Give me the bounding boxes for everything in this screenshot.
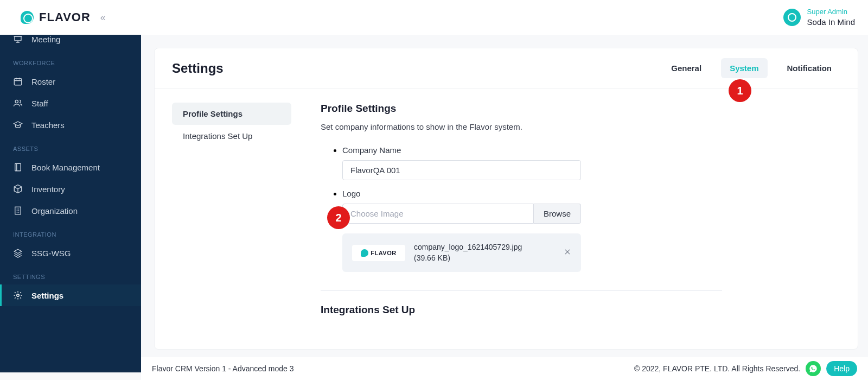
sidebar: Meeting WORKFORCE Roster Staff Teachers …: [0, 0, 141, 372]
sidebar-item-organization[interactable]: Organization: [0, 200, 141, 221]
svg-point-2: [15, 100, 18, 103]
sidebar-section-workforce: WORKFORCE: [0, 50, 141, 71]
sidebar-item-label: SSG-WSG: [31, 249, 71, 258]
sidebar-item-inventory[interactable]: Inventory: [0, 178, 141, 200]
svg-rect-1: [14, 79, 22, 85]
sidebar-item-label: Roster: [31, 77, 55, 86]
tab-system[interactable]: System: [721, 58, 767, 78]
book-icon: [13, 162, 23, 172]
brand-logo-icon: [21, 11, 34, 24]
page-title: Settings: [172, 61, 224, 76]
sidebar-item-ssg-wsg[interactable]: SSG-WSG: [0, 242, 141, 264]
annotation-1: 1: [729, 79, 751, 102]
svg-point-5: [17, 294, 20, 297]
file-info: company_logo_1621405729.jpg (39.66 KB): [414, 242, 555, 263]
sidebar-item-label: Settings: [31, 291, 63, 300]
sidebar-item-staff[interactable]: Staff: [0, 92, 141, 114]
content-card: Settings General System Notification Pro…: [154, 48, 858, 350]
logo-file-input-row: Choose Image Browse: [342, 204, 581, 224]
sidebar-item-book-management[interactable]: Book Management: [0, 156, 141, 178]
subnav-integrations[interactable]: Integrations Set Up: [172, 125, 291, 147]
sidebar-item-label: Meeting: [31, 35, 60, 44]
calendar-icon: [13, 77, 23, 86]
annotation-2: 2: [327, 206, 350, 229]
sidebar-item-label: Teachers: [31, 121, 65, 130]
svg-rect-4: [15, 207, 21, 214]
graduation-icon: [13, 120, 23, 130]
logo-file-placeholder[interactable]: Choose Image: [342, 204, 534, 224]
help-button[interactable]: Help: [826, 361, 857, 376]
section-divider: [321, 290, 722, 291]
section-description: Set company informations to show in the …: [321, 122, 722, 131]
building-icon: [13, 206, 23, 216]
remove-file-button[interactable]: [564, 247, 571, 258]
sidebar-collapse-button[interactable]: «: [100, 12, 104, 23]
browse-button[interactable]: Browse: [534, 204, 581, 224]
section-heading: Profile Settings: [321, 103, 722, 115]
sidebar-item-roster[interactable]: Roster: [0, 71, 141, 92]
company-name-input[interactable]: [342, 160, 581, 180]
tab-notification[interactable]: Notification: [778, 58, 841, 78]
brand-name: FLAVOR: [39, 10, 91, 24]
box-icon: [13, 184, 23, 194]
file-name: company_logo_1621405729.jpg: [414, 243, 522, 251]
footer-copyright: © 2022, FLAVOR PTE. LTD. All Rights Rese…: [634, 364, 800, 373]
layers-icon: [13, 248, 23, 258]
sidebar-section-assets: ASSETS: [0, 136, 141, 156]
tabs: General System Notification: [662, 58, 840, 78]
whatsapp-icon[interactable]: [806, 361, 821, 376]
footer: Flavor CRM Version 1 - Advanced mode 3 ©…: [141, 357, 868, 380]
svg-rect-0: [15, 36, 21, 41]
subnav-profile-settings[interactable]: Profile Settings: [172, 103, 291, 125]
sidebar-item-teachers[interactable]: Teachers: [0, 114, 141, 136]
settings-subnav: Profile Settings Integrations Set Up: [172, 103, 291, 324]
tab-general[interactable]: General: [662, 58, 710, 78]
topbar: FLAVOR « Super Admin Soda In Mind: [0, 0, 868, 35]
logo-area: FLAVOR «: [21, 10, 104, 24]
sidebar-item-settings[interactable]: Settings: [0, 284, 141, 306]
integrations-heading: Integrations Set Up: [321, 304, 722, 316]
sidebar-item-label: Book Management: [31, 163, 100, 172]
sidebar-item-label: Inventory: [31, 185, 65, 194]
gear-icon: [13, 290, 23, 300]
sidebar-section-integration: INTEGRATION: [0, 221, 141, 242]
avatar: [783, 9, 801, 26]
user-menu[interactable]: Super Admin Soda In Mind: [783, 8, 855, 27]
user-name: Soda In Mind: [807, 17, 855, 28]
users-icon: [13, 98, 23, 108]
user-role: Super Admin: [807, 8, 855, 17]
logo-label: Logo: [342, 189, 722, 198]
sidebar-item-label: Organization: [31, 206, 78, 216]
sidebar-item-label: Staff: [31, 99, 48, 108]
logo-thumbnail: FLAVOR: [352, 245, 405, 261]
form-area: Profile Settings Set company information…: [321, 103, 722, 324]
footer-version: Flavor CRM Version 1 - Advanced mode 3: [152, 364, 293, 373]
logo-file-preview: FLAVOR company_logo_1621405729.jpg (39.6…: [342, 233, 581, 272]
sidebar-section-settings: SETTINGS: [0, 264, 141, 284]
file-size: (39.66 KB): [414, 254, 450, 262]
svg-rect-3: [15, 163, 21, 171]
presentation-icon: [13, 34, 23, 44]
company-name-label: Company Name: [342, 145, 722, 155]
content-header: Settings General System Notification: [155, 48, 858, 88]
